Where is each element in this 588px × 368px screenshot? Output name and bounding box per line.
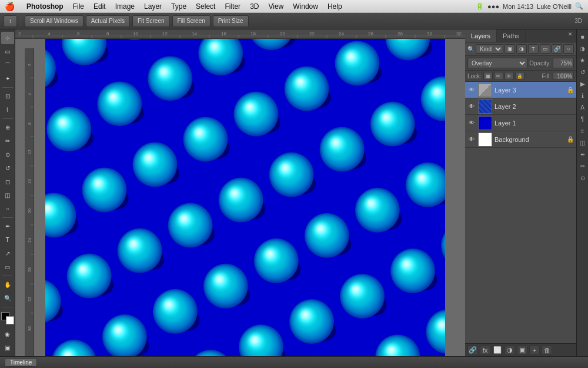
- move-tool[interactable]: ⊹: [1, 32, 14, 44]
- layer-row[interactable]: 👁 Background 🔒: [465, 131, 576, 148]
- menu-image[interactable]: Image: [111, 1, 139, 12]
- opacity-input[interactable]: [553, 58, 574, 68]
- pixel-filter-btn[interactable]: ▣: [505, 44, 515, 54]
- fill-input[interactable]: [553, 72, 574, 80]
- adjustment-filter-btn[interactable]: ◑: [516, 44, 527, 54]
- mini-actions-icon[interactable]: ▶: [578, 79, 587, 88]
- text-tool[interactable]: T: [1, 234, 14, 246]
- fg-bg-colors[interactable]: [1, 312, 14, 324]
- menu-layer[interactable]: Layer: [139, 1, 166, 12]
- menu-type[interactable]: Type: [166, 1, 191, 12]
- layer-row[interactable]: 👁 Layer 1: [465, 115, 576, 131]
- main-layout: ⊹ ▭ ⌒ ✦ ⊡ ⌇ ⊕ ✏ ⊙ ↺ ◻ ◫ ○ ✒ T ↗ ▭: [0, 29, 588, 356]
- link-layers-btn[interactable]: 🔗: [467, 346, 478, 355]
- shape-filter-btn[interactable]: ▭: [540, 44, 550, 54]
- lock-position-btn[interactable]: ✛: [505, 72, 514, 80]
- fit-screen-button[interactable]: Fit Screen: [132, 15, 170, 27]
- menu-edit[interactable]: Edit: [89, 1, 111, 12]
- mini-adjust-icon[interactable]: ◑: [578, 44, 587, 53]
- smart-filter-btn[interactable]: 🔗: [552, 44, 562, 54]
- brush-tool[interactable]: ✏: [1, 135, 14, 147]
- mini-clone-icon[interactable]: ⊙: [578, 173, 587, 183]
- scroll-all-windows-button[interactable]: Scroll All Windows: [25, 15, 83, 27]
- history-brush-tool[interactable]: ↺: [1, 162, 14, 174]
- spotlight-icon[interactable]: 🔍: [575, 2, 583, 10]
- mini-layers-icon[interactable]: ≡: [578, 126, 587, 135]
- screen-mode-button[interactable]: ▣: [1, 342, 14, 354]
- background-color[interactable]: [6, 316, 14, 324]
- path-selection-tool[interactable]: ↗: [1, 247, 14, 260]
- tool-separator-5: [2, 307, 13, 307]
- lock-all-btn[interactable]: 🔒: [515, 72, 524, 80]
- layer-lock-icon: 🔒: [567, 87, 574, 93]
- layer-row[interactable]: 👁 Layer 2: [465, 98, 576, 115]
- apple-menu[interactable]: 🍎: [5, 2, 15, 11]
- mini-para-icon[interactable]: ¶: [578, 114, 587, 124]
- marquee-tool[interactable]: ▭: [1, 45, 14, 58]
- print-size-button[interactable]: Print Size: [213, 15, 249, 27]
- quick-mask-button[interactable]: ◉: [1, 328, 14, 340]
- new-layer-btn[interactable]: +: [529, 346, 540, 355]
- svg-text:6: 6: [77, 31, 80, 37]
- mini-info-icon[interactable]: ℹ: [578, 91, 587, 100]
- quick-select-tool[interactable]: ✦: [1, 72, 14, 85]
- menu-right-area: 🔋 ●●● Mon 14:13 Luke O'Neill 🔍: [476, 2, 583, 10]
- layers-panel-close[interactable]: ✕: [564, 29, 576, 42]
- tab-paths[interactable]: Paths: [497, 29, 526, 42]
- timeline-tab[interactable]: Timeline: [5, 358, 37, 367]
- add-style-btn[interactable]: fx: [480, 346, 490, 355]
- statusbar: Timeline: [0, 356, 588, 368]
- layer-visibility-toggle[interactable]: 👁: [467, 86, 476, 94]
- lasso-tool[interactable]: ⌒: [1, 59, 14, 71]
- menu-help[interactable]: Help: [323, 1, 347, 12]
- new-group-btn[interactable]: ▣: [517, 346, 527, 355]
- fill-screen-button[interactable]: Fill Screen: [172, 15, 211, 27]
- type-filter-btn[interactable]: T: [528, 44, 539, 54]
- layer-visibility-toggle[interactable]: 👁: [467, 119, 476, 127]
- mini-color-icon[interactable]: ■: [578, 32, 587, 41]
- crop-tool[interactable]: ⊡: [1, 90, 14, 102]
- menu-3d[interactable]: 3D: [245, 1, 263, 12]
- layer-row[interactable]: 👁 Layer 3 🔒: [465, 82, 576, 98]
- menu-file[interactable]: File: [68, 1, 89, 12]
- canvas[interactable]: [45, 39, 445, 357]
- lock-pixels-btn[interactable]: ✏: [494, 72, 503, 80]
- menu-photoshop[interactable]: Photoshop: [22, 1, 68, 12]
- layer-thumbnail: [478, 83, 492, 97]
- tool-indicator[interactable]: ↕: [4, 15, 17, 27]
- mini-brush-icon[interactable]: ✏: [578, 161, 587, 171]
- kind-select[interactable]: Kind: [476, 44, 503, 54]
- toggle-filter-btn[interactable]: ○: [563, 44, 574, 54]
- zoom-tool[interactable]: 🔍: [1, 292, 14, 304]
- lock-icons: ▦ ✏ ✛ 🔒: [483, 72, 524, 80]
- mini-channels-icon[interactable]: ◫: [578, 138, 587, 147]
- svg-text:26: 26: [368, 31, 373, 37]
- shape-tool[interactable]: ▭: [1, 261, 14, 273]
- tab-layers[interactable]: Layers: [465, 29, 497, 42]
- dodge-tool[interactable]: ○: [1, 203, 14, 215]
- layer-visibility-toggle[interactable]: 👁: [467, 135, 476, 144]
- eyedropper-tool[interactable]: ⌇: [1, 104, 14, 116]
- healing-tool[interactable]: ⊕: [1, 121, 14, 134]
- eraser-tool[interactable]: ◻: [1, 175, 14, 188]
- menu-view[interactable]: View: [263, 1, 288, 12]
- add-mask-btn[interactable]: ⬜: [492, 346, 503, 355]
- blend-mode-select[interactable]: Overlay: [467, 58, 527, 68]
- menu-filter[interactable]: Filter: [220, 1, 245, 12]
- mini-history-icon[interactable]: ↺: [578, 67, 587, 77]
- pen-tool[interactable]: ✒: [1, 220, 14, 233]
- gradient-tool[interactable]: ◫: [1, 189, 14, 201]
- mini-style-icon[interactable]: ★: [578, 55, 587, 65]
- actual-pixels-button[interactable]: Actual Pixels: [86, 15, 130, 27]
- delete-layer-btn[interactable]: 🗑: [542, 346, 552, 355]
- mini-paths-icon[interactable]: ✒: [578, 150, 587, 159]
- layers-panel: Layers Paths ✕ 🔍 Kind ▣ ◑ T ▭ 🔗 ○ O: [465, 29, 576, 356]
- menu-select[interactable]: Select: [191, 1, 220, 12]
- mini-char-icon[interactable]: A: [578, 102, 587, 112]
- layer-visibility-toggle[interactable]: 👁: [467, 102, 476, 111]
- menu-window[interactable]: Window: [288, 1, 323, 12]
- lock-transparent-btn[interactable]: ▦: [483, 72, 493, 80]
- clone-tool[interactable]: ⊙: [1, 148, 14, 161]
- new-adjustment-btn[interactable]: ◑: [505, 346, 515, 355]
- hand-tool[interactable]: ✋: [1, 279, 14, 291]
